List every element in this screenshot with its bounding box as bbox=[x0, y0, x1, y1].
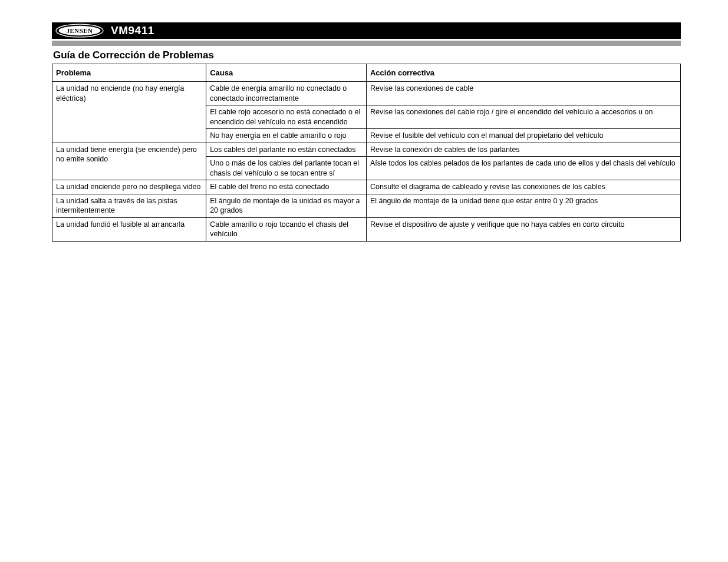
cell-cause: El cable rojo accesorio no está conectad… bbox=[206, 105, 367, 129]
cell-cause: El cable del freno no está conectado bbox=[206, 180, 367, 194]
cell-problem: La unidad enciende pero no despliega vid… bbox=[52, 180, 206, 194]
header-bar: JENSEN VM9411 bbox=[52, 22, 681, 39]
cell-action: Revise las conexiones del cable rojo / g… bbox=[366, 105, 680, 129]
cell-action: Revise el fusible del vehículo con el ma… bbox=[366, 129, 680, 143]
table-row: La unidad no enciende (no hay energía el… bbox=[52, 82, 681, 105]
cell-problem: La unidad fundió el fusible al arrancarl… bbox=[52, 217, 206, 241]
table-row: La unidad fundió el fusible al arrancarl… bbox=[52, 217, 681, 241]
cell-action: El ángulo de montaje de la unidad tiene … bbox=[366, 194, 680, 217]
troubleshooting-table: Problema Causa Acción correctiva La unid… bbox=[52, 64, 681, 242]
table-row: La unidad salta a través de las pistas i… bbox=[52, 194, 681, 217]
cell-action: Revise las conexiones de cable bbox=[366, 82, 680, 105]
cell-cause: El ángulo de montaje de la unidad es may… bbox=[206, 194, 367, 217]
cell-cause: Uno o más de los cables del parlante toc… bbox=[206, 157, 367, 180]
cell-problem: La unidad tiene energía (se enciende) pe… bbox=[52, 143, 206, 180]
svg-text:JENSEN: JENSEN bbox=[67, 27, 93, 34]
cell-cause: Los cables del parlante no están conecta… bbox=[206, 143, 367, 157]
cell-cause: No hay energía en el cable amarillo o ro… bbox=[206, 129, 367, 143]
brand-logo: JENSEN bbox=[55, 24, 104, 38]
cell-cause: Cable amarillo o rojo tocando el chasis … bbox=[206, 217, 367, 241]
section-title: Guía de Corrección de Problemas bbox=[53, 49, 681, 61]
cell-cause: Cable de energía amarillo no conectado o… bbox=[206, 82, 367, 105]
table-row: La unidad enciende pero no despliega vid… bbox=[52, 180, 681, 194]
cell-action: Revise el dispositivo de ajuste y verifi… bbox=[366, 217, 680, 241]
cell-problem: La unidad no enciende (no hay energía el… bbox=[52, 82, 206, 143]
table-header-row: Problema Causa Acción correctiva bbox=[52, 64, 681, 82]
model-label: VM9411 bbox=[111, 24, 154, 37]
table-row: La unidad tiene energía (se enciende) pe… bbox=[52, 143, 681, 157]
cell-action: Aísle todos los cables pelados de los pa… bbox=[366, 157, 680, 180]
cell-action: Consulte el diagrama de cableado y revis… bbox=[366, 180, 680, 194]
col-action: Acción correctiva bbox=[366, 64, 680, 82]
cell-action: Revise la conexión de cables de los parl… bbox=[366, 143, 680, 157]
cell-problem: La unidad salta a través de las pistas i… bbox=[52, 194, 206, 217]
col-cause: Causa bbox=[206, 64, 367, 82]
col-problem: Problema bbox=[52, 64, 206, 82]
divider-rule bbox=[52, 41, 681, 46]
